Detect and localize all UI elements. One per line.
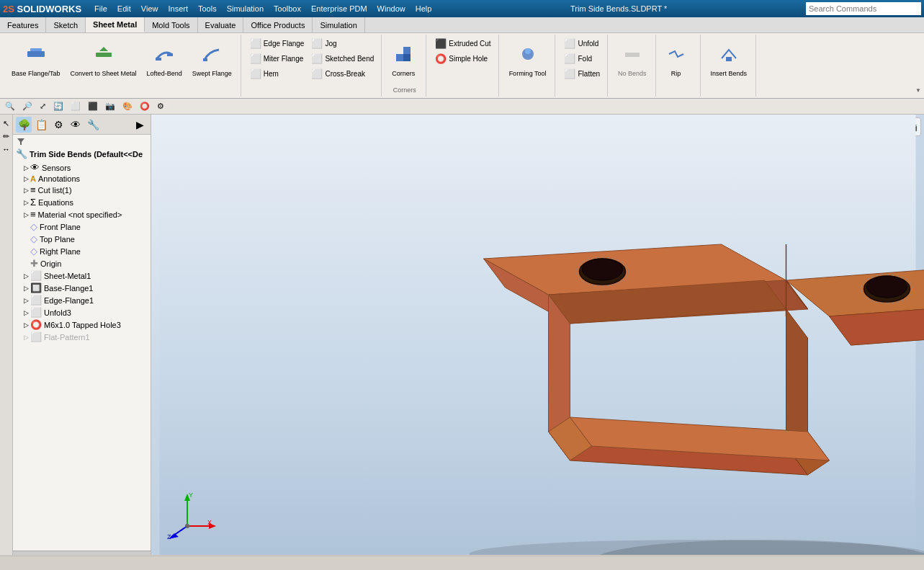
menu-enterprise[interactable]: Enterprise PDM [311, 4, 367, 13]
rotate-button[interactable]: 🔄 [51, 101, 66, 112]
appearance-button[interactable]: 🎨 [120, 101, 135, 112]
settings-button[interactable]: ⚙ [155, 101, 166, 112]
tab-sheet-metal[interactable]: Sheet Metal [86, 17, 145, 32]
tree-item-cut-list[interactable]: ▷ ≡ Cut list(1) [13, 184, 151, 196]
tree-item-edge-flange1[interactable]: ▷ ⬜ Edge-Flange1 [13, 294, 151, 306]
tab-simulation[interactable]: Simulation [313, 17, 364, 32]
display-manager-icon[interactable]: 👁 [68, 117, 84, 133]
menu-window[interactable]: Window [377, 4, 405, 13]
swept-flange-label: Swept Flange [192, 70, 232, 78]
cross-break-button[interactable]: ⬜ Cross-Break [308, 66, 377, 81]
menu-tools[interactable]: Tools [198, 4, 217, 13]
tree-item-m6-tapped[interactable]: ▷ ⭕ M6x1.0 Tapped Hole3 [13, 319, 151, 331]
simple-hole-button[interactable]: ⭕ Simple Hole [432, 51, 493, 66]
sketch-tool[interactable]: ✏ [1, 130, 12, 142]
filter-bar [13, 135, 151, 148]
smart-dimension-tool[interactable]: ↔ [1, 143, 12, 155]
forming-tool-button[interactable]: Forming Tool [505, 36, 551, 85]
swept-flange-button[interactable]: Swept Flange [188, 36, 236, 85]
tree-item-right-plane[interactable]: ◇ Right Plane [13, 245, 151, 257]
selection-tool[interactable]: ↖ [1, 117, 12, 129]
menu-edit[interactable]: Edit [117, 4, 131, 13]
m6-tapped-expand[interactable]: ▷ [22, 321, 30, 329]
tab-evaluate[interactable]: Evaluate [198, 17, 244, 32]
simple-hole-icon: ⭕ [435, 53, 447, 64]
insert-bends-button[interactable]: Insert Bends [707, 36, 752, 85]
jog-button[interactable]: ⬜ Jog [308, 36, 377, 50]
tree-item-top-plane[interactable]: ◇ Top Plane [13, 233, 151, 245]
menu-simulation[interactable]: Simulation [227, 4, 264, 13]
flatten-button[interactable]: ⬜ Flatten [561, 66, 603, 81]
base-flange1-expand[interactable]: ▷ [22, 284, 30, 293]
tree-root[interactable]: 🔧 Trim Side Bends (Default<<De [13, 148, 151, 160]
menu-insert[interactable]: Insert [168, 4, 188, 13]
tree-item-equations[interactable]: ▷ Σ Equations [13, 196, 151, 208]
tree-item-flat-pattern1[interactable]: ▷ ⬜ Flat-Pattern1 [13, 331, 151, 343]
no-bends-label: No Bends [618, 70, 647, 77]
tab-office-products[interactable]: Office Products [243, 17, 313, 32]
tree-item-base-flange1[interactable]: ▷ 🔲 Base-Flange1 [13, 282, 151, 294]
fold-button[interactable]: ⬜ Fold [561, 51, 603, 66]
tree-item-origin[interactable]: ✚ Origin [13, 257, 151, 270]
tree-item-front-plane[interactable]: ◇ Front Plane [13, 221, 151, 233]
miter-flange-button[interactable]: ⬜ Miter Flange [247, 51, 308, 66]
cut-list-expand[interactable]: ▷ [22, 186, 30, 195]
tree-item-annotations[interactable]: ▷ A Annotations [13, 174, 151, 184]
search-input[interactable] [806, 2, 921, 15]
panel-resize-handle[interactable] [13, 551, 151, 555]
render-tools-button[interactable]: ⭕ [138, 101, 152, 112]
m6-tapped-label: M6x1.0 Tapped Hole3 [44, 321, 121, 329]
bends-col2: ⬜ Jog ⬜ Sketched Bend ⬜ Cross-Break [308, 36, 377, 81]
base-flange-button[interactable]: Base Flange/Tab [7, 36, 65, 85]
config-manager-icon[interactable]: ⚙ [50, 117, 66, 133]
unfold-button[interactable]: ⬜ Unfold [561, 36, 603, 50]
no-bends-button[interactable]: No Bends [614, 36, 651, 85]
edge-flange-button[interactable]: ⬜ Edge Flange [247, 36, 308, 50]
zoom-out-button[interactable]: 🔎 [20, 101, 35, 112]
tree-item-unfold3[interactable]: ▷ ⬜ Unfold3 [13, 306, 151, 319]
menu-toolbox[interactable]: Toolbox [274, 4, 301, 13]
zoom-fit-button[interactable]: ⤢ [37, 101, 48, 112]
menu-bar[interactable]: File Edit View Insert Tools Simulation T… [94, 4, 431, 13]
tab-features[interactable]: Features [0, 17, 46, 32]
property-manager-icon[interactable]: 📋 [33, 117, 49, 133]
view-shaded-button[interactable]: ⬛ [86, 101, 100, 112]
custom-manager-icon[interactable]: 🔧 [85, 117, 101, 133]
feature-manager-icon[interactable]: 🌳 [16, 117, 32, 133]
zoom-in-button[interactable]: 🔍 [3, 101, 17, 112]
section-view-button[interactable]: 📷 [103, 101, 117, 112]
menu-view[interactable]: View [141, 4, 158, 13]
menu-help[interactable]: Help [416, 4, 432, 13]
view-orient-button[interactable]: ⬜ [68, 101, 83, 112]
equations-expand[interactable]: ▷ [22, 198, 30, 207]
rip-button[interactable]: Rip [662, 36, 691, 85]
corners-button[interactable]: Corners [387, 36, 419, 85]
hem-button[interactable]: ⬜ Hem [247, 66, 308, 81]
menu-file[interactable]: File [94, 4, 107, 13]
sensors-expand[interactable]: ▷ [22, 164, 30, 172]
convert-sheet-metal-button[interactable]: Convert to Sheet Metal [66, 36, 141, 85]
lofted-bend-button[interactable]: Lofted-Bend [143, 36, 187, 85]
material-expand[interactable]: ▷ [22, 210, 30, 219]
tree-item-sensors[interactable]: ▷ 👁 Sensors [13, 161, 151, 174]
edge-flange1-expand[interactable]: ▷ [22, 296, 30, 305]
3d-viewport[interactable]: + - ⤢ ↻ ▽ ⬛ ☐ ✂ 🎨 🌅 📷 [151, 115, 924, 555]
group-insert-bends: Insert Bends [702, 35, 757, 97]
flat-pattern1-expand[interactable]: ▷ [22, 333, 30, 342]
group-forming: Forming Tool [501, 35, 556, 97]
tab-sketch[interactable]: Sketch [46, 17, 86, 32]
tab-mold-tools[interactable]: Mold Tools [145, 17, 197, 32]
sensors-icon: 👁 [30, 162, 40, 173]
sketched-bend-button[interactable]: ⬜ Sketched Bend [308, 51, 377, 66]
sheet-metal1-expand[interactable]: ▷ [22, 272, 30, 280]
ribbon-expand-icon[interactable]: ▼ [915, 87, 921, 94]
tree-item-sheet-metal1[interactable]: ▷ ⬜ Sheet-Metal1 [13, 270, 151, 282]
tree-item-material[interactable]: ▷ ≡ Material <not specified> [13, 208, 151, 221]
unfold3-expand[interactable]: ▷ [22, 308, 30, 317]
group-corners: Corners Corners [383, 35, 426, 97]
svg-rect-3 [156, 58, 161, 61]
extruded-cut-button[interactable]: ⬛ Extruded Cut [432, 36, 493, 50]
annotations-expand[interactable]: ▷ [22, 174, 30, 183]
panel-arrow-right[interactable]: ▶ [132, 117, 148, 133]
ribbon-tabs: Features Sketch Sheet Metal Mold Tools E… [0, 17, 924, 33]
